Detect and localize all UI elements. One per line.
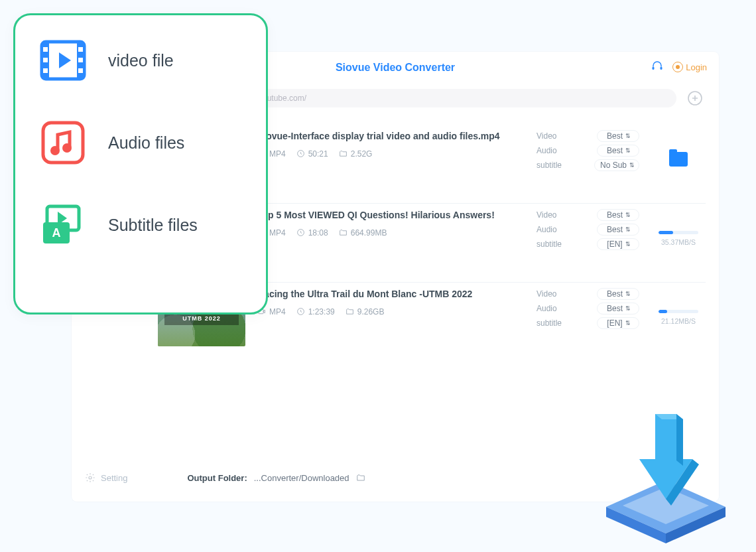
folder-icon xyxy=(356,473,365,482)
item-meta: MP4 1:23:39 9.26GB xyxy=(257,307,525,316)
filetype-item-subtitle[interactable]: A Subtitle files xyxy=(38,200,243,250)
header-actions: Login xyxy=(651,60,707,74)
svg-text:A: A xyxy=(52,226,61,240)
svg-rect-16 xyxy=(78,47,83,52)
output-folder[interactable]: Output Folder: ...Converter/Downloaded xyxy=(187,473,365,483)
filetype-item-video[interactable]: video file xyxy=(38,35,243,86)
support-icon[interactable] xyxy=(651,60,663,74)
svg-rect-1 xyxy=(661,67,662,70)
filetype-label: Audio files xyxy=(108,133,184,153)
svg-point-21 xyxy=(50,146,60,155)
download-speed: 21.12MB/S xyxy=(661,317,696,325)
svg-rect-17 xyxy=(78,58,83,62)
item-title: Racing the Ultra Trail du Mont Blanc -UT… xyxy=(257,288,525,301)
svg-rect-14 xyxy=(43,58,48,62)
filetype-menu: video file Audio files A xyxy=(13,13,268,314)
subtitle-label: subtitle xyxy=(536,240,562,249)
video-quality-label: Video xyxy=(536,210,556,220)
audio-quality-label: Audio xyxy=(536,146,557,155)
size-badge: 2.52G xyxy=(339,149,373,159)
svg-rect-18 xyxy=(78,68,83,73)
subtitle-file-icon: A xyxy=(38,200,88,250)
login-label: Login xyxy=(686,62,707,72)
download-speed: 35.37MB/S xyxy=(661,238,696,246)
filetype-item-audio[interactable]: Audio files xyxy=(38,117,243,168)
progress-bar xyxy=(659,231,698,234)
login-button[interactable]: Login xyxy=(672,62,707,72)
subtitle-select[interactable]: No Sub⇅ xyxy=(594,159,639,171)
settings-button[interactable]: Setting xyxy=(85,472,127,483)
video-quality-select[interactable]: Best⇅ xyxy=(597,130,639,142)
action-column: 21.12MB/S xyxy=(651,288,706,346)
item-info: Top 5 Most VIEWED QI Questions! Hilariou… xyxy=(257,209,525,267)
bottom-bar: Setting Output Folder: ...Converter/Down… xyxy=(85,463,706,492)
item-info: Racing the Ultra Trail du Mont Blanc -UT… xyxy=(257,288,525,346)
audio-quality-select[interactable]: Best⇅ xyxy=(597,303,639,314)
size-badge: 664.99MB xyxy=(339,228,387,238)
progress-bar xyxy=(659,310,698,313)
subtitle-label: subtitle xyxy=(536,318,562,328)
duration-badge: 18:08 xyxy=(296,228,328,238)
subtitle-select[interactable]: [EN]⇅ xyxy=(597,238,639,250)
audio-quality-label: Audio xyxy=(536,225,557,234)
url-input[interactable]: youtube.com/ xyxy=(251,89,676,107)
subtitle-select[interactable]: [EN]⇅ xyxy=(597,317,639,329)
video-quality-label: Video xyxy=(536,289,556,299)
svg-marker-19 xyxy=(59,52,71,68)
subtitle-label: subtitle xyxy=(536,161,562,170)
item-title: Siovue-Interface display trial video and… xyxy=(257,130,525,143)
svg-rect-20 xyxy=(43,123,83,163)
video-file-icon xyxy=(38,35,88,86)
output-folder-path: ...Converter/Downloaded xyxy=(254,473,349,483)
item-title: Top 5 Most VIEWED QI Questions! Hilariou… xyxy=(257,209,525,222)
page-container: Siovue Video Converter Login youtube.com… xyxy=(0,0,756,552)
add-button[interactable] xyxy=(684,88,706,109)
filetype-label: video file xyxy=(108,51,174,70)
audio-quality-select[interactable]: Best⇅ xyxy=(597,145,639,157)
open-folder-icon[interactable] xyxy=(669,152,688,167)
video-quality-select[interactable]: Best⇅ xyxy=(597,209,639,221)
quality-column: Video Best⇅ Audio Best⇅ subtitle [EN]⇅ xyxy=(536,288,639,346)
app-title: Siovue Video Converter xyxy=(336,62,455,74)
svg-point-22 xyxy=(62,143,72,153)
svg-marker-28 xyxy=(606,507,666,543)
svg-rect-13 xyxy=(43,47,48,52)
settings-label: Setting xyxy=(101,473,127,483)
item-meta: MP4 18:08 664.99MB xyxy=(257,228,525,238)
duration-badge: 1:23:39 xyxy=(296,307,335,316)
action-column: 35.37MB/S xyxy=(651,209,706,267)
svg-marker-29 xyxy=(666,507,725,543)
svg-point-9 xyxy=(89,476,92,479)
svg-rect-0 xyxy=(653,67,655,70)
item-info: Siovue-Interface display trial video and… xyxy=(257,130,525,188)
duration-badge: 50:21 xyxy=(296,149,328,159)
audio-quality-select[interactable]: Best⇅ xyxy=(597,224,639,236)
video-quality-label: Video xyxy=(536,131,556,141)
size-badge: 9.26GB xyxy=(346,307,385,316)
audio-quality-label: Audio xyxy=(536,304,557,313)
quality-column: Video Best⇅ Audio Best⇅ subtitle No Sub⇅ xyxy=(536,130,639,188)
output-folder-label: Output Folder: xyxy=(187,473,247,483)
filetype-label: Subtitle files xyxy=(108,216,198,235)
video-quality-select[interactable]: Best⇅ xyxy=(597,288,639,300)
avatar-icon xyxy=(672,62,683,72)
quality-column: Video Best⇅ Audio Best⇅ subtitle [EN]⇅ xyxy=(536,209,639,267)
item-meta: MP4 50:21 2.52G xyxy=(257,149,525,159)
action-column xyxy=(651,130,706,188)
svg-rect-15 xyxy=(43,68,48,73)
audio-file-icon xyxy=(38,117,88,168)
